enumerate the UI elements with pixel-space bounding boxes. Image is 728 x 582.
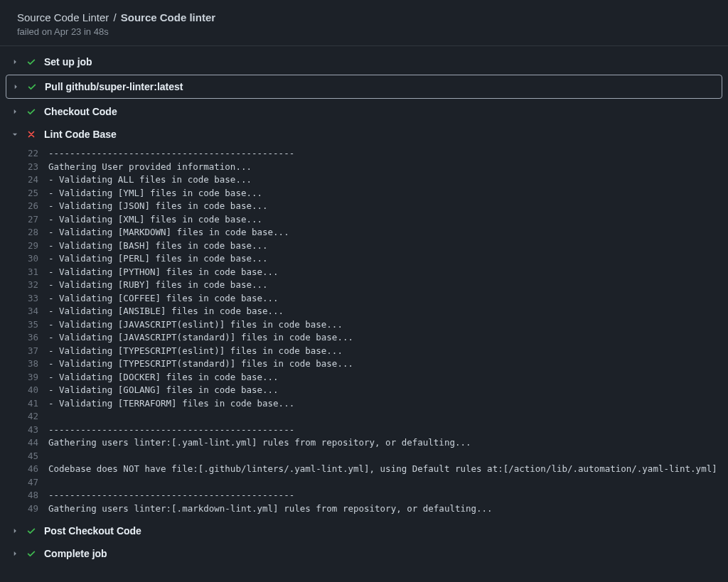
line-text: Gathering User provided information...: [48, 161, 252, 174]
line-number: 47: [27, 476, 48, 490]
step-row[interactable]: Pull github/super-linter:latest: [6, 75, 722, 99]
log-line[interactable]: 36- Validating [JAVASCRIPT(standard)] fi…: [0, 331, 728, 345]
line-text: ----------------------------------------…: [48, 424, 294, 437]
log-line[interactable]: 30- Validating [PERL] files in code base…: [0, 252, 728, 266]
log-line[interactable]: 41- Validating [TERRAFORM] files in code…: [0, 397, 728, 411]
line-text: - Validating [GOLANG] files in code base…: [48, 384, 279, 397]
log-line[interactable]: 42: [0, 410, 728, 424]
run-status-line: failed on Apr 23 in 48s: [17, 26, 711, 37]
check-icon: [26, 56, 37, 68]
log-line[interactable]: 31- Validating [PYTHON] files in code ba…: [0, 266, 728, 279]
line-number: 45: [27, 450, 48, 463]
step-row[interactable]: Lint Code Base: [0, 123, 728, 146]
log-line[interactable]: 43--------------------------------------…: [0, 424, 728, 437]
line-number: 41: [27, 397, 48, 411]
line-number: 31: [27, 266, 48, 279]
chevron-right-icon: [11, 58, 18, 65]
line-number: 24: [27, 173, 48, 187]
log-line[interactable]: 24- Validating ALL files in code base...: [0, 173, 728, 187]
log-line[interactable]: 26- Validating [JSON] files in code base…: [0, 200, 728, 213]
log-line[interactable]: 29- Validating [BASH] files in code base…: [0, 239, 728, 253]
log-output: 22--------------------------------------…: [0, 146, 728, 519]
line-number: 38: [27, 357, 48, 371]
breadcrumb-separator: /: [112, 11, 117, 23]
log-line[interactable]: 47: [0, 476, 728, 490]
line-text: Gathering users linter:[.markdown-lint.y…: [48, 502, 493, 516]
line-text: - Validating ALL files in code base...: [48, 173, 252, 187]
line-number: 44: [27, 436, 48, 450]
line-number: 49: [27, 502, 48, 516]
log-line[interactable]: 49Gathering users linter:[.markdown-lint…: [0, 502, 728, 516]
log-line[interactable]: 28- Validating [MARKDOWN] files in code …: [0, 226, 728, 239]
line-text: - Validating [COFFEE] files in code base…: [48, 292, 279, 306]
line-number: 46: [27, 463, 48, 476]
step-row[interactable]: Post Checkout Code: [0, 519, 728, 542]
log-line[interactable]: 48--------------------------------------…: [0, 489, 728, 502]
step-row[interactable]: Complete job: [0, 542, 728, 565]
log-line[interactable]: 27- Validating [XML] files in code base.…: [0, 213, 728, 227]
check-icon: [26, 81, 38, 92]
line-number: 28: [27, 226, 48, 239]
check-icon: [26, 548, 37, 559]
line-number: 25: [27, 187, 48, 200]
line-text: - Validating [ANSIBLE] files in code bas…: [48, 305, 284, 318]
step-row[interactable]: Checkout Code: [0, 100, 728, 123]
log-line[interactable]: 22--------------------------------------…: [0, 147, 728, 161]
line-text: - Validating [TYPESCRIPT(standard)] file…: [48, 357, 353, 371]
line-text: Gathering users linter:[.yaml-lint.yml] …: [48, 436, 471, 450]
step-label: Lint Code Base: [44, 129, 721, 140]
line-text: - Validating [PERL] files in code base..…: [48, 252, 268, 266]
line-text: - Validating [MARKDOWN] files in code ba…: [48, 226, 289, 239]
log-line[interactable]: 23Gathering User provided information...: [0, 161, 728, 174]
log-line[interactable]: 25- Validating [YML] files in code base.…: [0, 187, 728, 200]
check-icon: [26, 525, 37, 537]
breadcrumb: Source Code Linter / Source Code linter: [17, 11, 711, 23]
line-text: - Validating [JAVASCRIPT(standard)] file…: [48, 331, 353, 345]
line-text: - Validating [RUBY] files in code base..…: [48, 279, 268, 292]
line-text: - Validating [JAVASCRIPT(eslint)] files …: [48, 318, 343, 332]
step-label: Complete job: [44, 548, 721, 559]
line-number: 39: [27, 371, 48, 384]
line-text: - Validating [YML] files in code base...: [48, 187, 262, 200]
step-label: Post Checkout Code: [44, 525, 721, 537]
step-row[interactable]: Set up job: [0, 50, 728, 73]
line-text: - Validating [BASH] files in code base..…: [48, 239, 268, 253]
line-number: 43: [27, 424, 48, 437]
line-number: 29: [27, 239, 48, 253]
line-text: - Validating [PYTHON] files in code base…: [48, 266, 279, 279]
line-number: 42: [27, 410, 48, 424]
line-text: Codebase does NOT have file:[.github/lin…: [48, 463, 717, 476]
step-label: Pull github/super-linter:latest: [45, 81, 716, 92]
breadcrumb-parent[interactable]: Source Code Linter: [17, 11, 109, 23]
line-number: 32: [27, 279, 48, 292]
chevron-right-icon: [11, 550, 18, 557]
line-text: ----------------------------------------…: [48, 147, 294, 161]
line-number: 22: [27, 147, 48, 161]
log-line[interactable]: 35- Validating [JAVASCRIPT(eslint)] file…: [0, 318, 728, 332]
line-number: 37: [27, 345, 48, 358]
line-number: 33: [27, 292, 48, 306]
log-line[interactable]: 32- Validating [RUBY] files in code base…: [0, 279, 728, 292]
chevron-right-icon: [11, 108, 18, 115]
line-number: 35: [27, 318, 48, 332]
chevron-down-icon: [11, 131, 18, 138]
step-label: Set up job: [44, 56, 721, 68]
x-icon: [26, 129, 37, 140]
log-line[interactable]: 46Codebase does NOT have file:[.github/l…: [0, 463, 728, 476]
line-number: 30: [27, 252, 48, 266]
log-line[interactable]: 44Gathering users linter:[.yaml-lint.yml…: [0, 436, 728, 450]
line-number: 36: [27, 331, 48, 345]
log-line[interactable]: 38- Validating [TYPESCRIPT(standard)] fi…: [0, 357, 728, 371]
log-line[interactable]: 45: [0, 450, 728, 463]
log-line[interactable]: 39- Validating [DOCKER] files in code ba…: [0, 371, 728, 384]
step-label: Checkout Code: [44, 106, 721, 117]
steps-list: Set up jobPull github/super-linter:lates…: [0, 46, 728, 565]
log-line[interactable]: 34- Validating [ANSIBLE] files in code b…: [0, 305, 728, 318]
log-line[interactable]: 37- Validating [TYPESCRIPT(eslint)] file…: [0, 345, 728, 358]
line-text: - Validating [TERRAFORM] files in code b…: [48, 397, 294, 411]
chevron-right-icon: [12, 83, 19, 90]
line-number: 34: [27, 305, 48, 318]
log-line[interactable]: 40- Validating [GOLANG] files in code ba…: [0, 384, 728, 397]
line-text: - Validating [TYPESCRIPT(eslint)] files …: [48, 345, 343, 358]
log-line[interactable]: 33- Validating [COFFEE] files in code ba…: [0, 292, 728, 306]
